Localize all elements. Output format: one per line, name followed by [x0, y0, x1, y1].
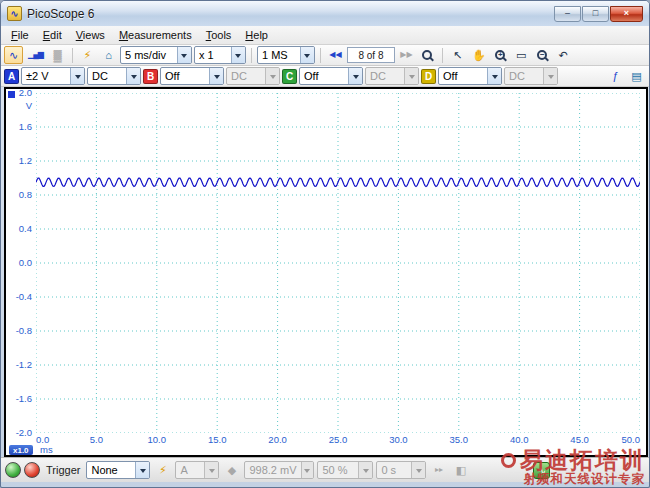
- channel-b-coupling-value: DC: [227, 70, 265, 82]
- undo-zoom-button[interactable]: ↶: [554, 46, 573, 64]
- trigger-threshold-field: 998.2 mV: [244, 461, 314, 479]
- chevron-down-icon: [487, 68, 501, 84]
- y-tick-label: -0.8: [6, 326, 32, 336]
- trigger-mode-value: None: [87, 464, 135, 476]
- math-channels-icon: ƒ: [612, 71, 618, 82]
- channel-d-range-select[interactable]: Off: [438, 67, 502, 85]
- channel-d-coupling-select: DC: [504, 67, 558, 85]
- channel-b-coupling-select: DC: [226, 67, 280, 85]
- y-tick-label: 2.0: [6, 88, 32, 98]
- x-tick-label: 15.0: [199, 434, 235, 445]
- x-tick-label: 35.0: [441, 434, 477, 445]
- y-tick-label: -1.6: [6, 394, 32, 404]
- zoom-factor-select[interactable]: x 1: [194, 46, 246, 64]
- watermark-logo-icon: [501, 453, 516, 468]
- channel-b-range-select[interactable]: Off: [160, 67, 224, 85]
- chevron-down-icon: [348, 68, 362, 84]
- buffer-overview-icon: [422, 50, 432, 60]
- math-channels-button[interactable]: ƒ: [606, 67, 625, 85]
- zoom-indicator-badge[interactable]: x1.0: [9, 445, 33, 455]
- menu-measurements[interactable]: Measurements: [112, 27, 199, 43]
- toolbar-separator: [72, 48, 73, 63]
- channel-c-coupling-value: DC: [366, 70, 404, 82]
- marquee-zoom-icon: ▭: [516, 50, 526, 61]
- timebase-select[interactable]: 5 ms/div: [120, 46, 192, 64]
- chevron-down-icon: [209, 68, 223, 84]
- channel-b-range-value: Off: [161, 70, 209, 82]
- channel-a-range-value: ±2 V: [22, 70, 70, 82]
- app-icon: ∿: [7, 6, 22, 21]
- x-tick-label: 45.0: [562, 434, 598, 445]
- channel-d-icon[interactable]: D: [421, 69, 436, 84]
- menu-views[interactable]: Views: [69, 27, 112, 43]
- trigger-advanced-icon: ⚡: [159, 465, 167, 476]
- maximize-button[interactable]: □: [582, 6, 609, 22]
- y-tick-label: 1.6: [6, 122, 32, 132]
- buffer-overview-button[interactable]: [418, 46, 437, 64]
- zoom-factor-value: x 1: [195, 49, 231, 61]
- trigger-mode-select[interactable]: None: [86, 461, 150, 479]
- reference-waveforms-button[interactable]: ▤: [627, 67, 646, 85]
- chevron-down-icon: [135, 462, 149, 478]
- title-bar[interactable]: ∿ PicoScope 6 – □ ×: [1, 1, 649, 26]
- x-tick-label: 50.0: [604, 434, 640, 445]
- trigger-source-select: A: [175, 461, 219, 479]
- menu-edit[interactable]: Edit: [36, 27, 69, 43]
- waveform-plot[interactable]: [36, 93, 640, 433]
- window-title: PicoScope 6: [27, 7, 94, 21]
- pointer-icon: ↖: [453, 50, 462, 61]
- zoom-in-tool-button[interactable]: +: [491, 46, 510, 64]
- menu-help[interactable]: Help: [238, 27, 275, 43]
- y-axis-unit: V: [6, 100, 32, 111]
- spectrum-mode-button[interactable]: ▁▄▆: [25, 46, 46, 64]
- scope-display[interactable]: V 2.01.61.20.80.40.0-0.4-0.8-1.2-1.6-2.0…: [4, 87, 648, 457]
- spectrum-mode-icon: ▁▄▆: [28, 51, 43, 59]
- auto-setup-icon: ⚡: [84, 50, 92, 61]
- spinner-icon: [301, 462, 314, 478]
- x-tick-label: 5.0: [78, 434, 114, 445]
- toolbar-separator: [320, 48, 321, 63]
- channel-c-icon[interactable]: C: [282, 69, 297, 84]
- trigger-delay-field: 0 s: [376, 461, 426, 479]
- previous-buffer-icon: ◀◀: [329, 51, 341, 59]
- zoom-out-tool-button[interactable]: −: [533, 46, 552, 64]
- sample-count-value: 1 MS: [258, 49, 300, 61]
- sample-count-select[interactable]: 1 MS: [257, 46, 315, 64]
- watermark-line1: 易迪拓培训: [520, 448, 645, 473]
- close-button[interactable]: ×: [610, 6, 643, 22]
- y-tick-label: -0.4: [6, 292, 32, 302]
- scope-mode-icon: ∿: [9, 50, 18, 61]
- menu-tools[interactable]: Tools: [199, 27, 239, 43]
- previous-buffer-button[interactable]: ◀◀: [326, 46, 345, 64]
- channel-a-range-select[interactable]: ±2 V: [21, 67, 85, 85]
- channel-a-icon[interactable]: A: [4, 69, 19, 84]
- trigger-advanced-button[interactable]: ⚡: [153, 461, 172, 479]
- menu-file[interactable]: File: [4, 27, 36, 43]
- scope-mode-button[interactable]: ∿: [4, 46, 23, 64]
- chevron-down-icon: [300, 47, 314, 63]
- stop-capture-button[interactable]: [24, 462, 40, 478]
- pointer-tool-button[interactable]: ↖: [448, 46, 467, 64]
- home-button[interactable]: ⌂: [99, 46, 118, 64]
- picoscope-window: ∿ PicoScope 6 – □ × File Edit Views Meas…: [0, 0, 650, 488]
- channel-b-icon[interactable]: B: [143, 69, 158, 84]
- chevron-down-icon: [265, 68, 279, 84]
- spinner-icon: [358, 462, 372, 478]
- channel-c-range-select[interactable]: Off: [299, 67, 363, 85]
- x-tick-label: 40.0: [501, 434, 537, 445]
- persistence-mode-icon: ▓: [53, 50, 61, 61]
- marquee-zoom-tool-button[interactable]: ▭: [512, 46, 531, 64]
- persistence-mode-button[interactable]: ▓: [48, 46, 67, 64]
- trigger-timing-icon: ◧: [456, 465, 466, 476]
- y-tick-label: 0.0: [6, 258, 32, 268]
- x-tick-label: 25.0: [320, 434, 356, 445]
- zoom-in-icon: +: [495, 50, 505, 60]
- rapid-trigger-icon: ▸▸: [435, 466, 443, 474]
- start-capture-button[interactable]: [5, 462, 21, 478]
- channel-a-coupling-select[interactable]: DC: [87, 67, 141, 85]
- timebase-value: 5 ms/div: [121, 49, 177, 61]
- pan-tool-button[interactable]: ✋: [469, 46, 489, 64]
- minimize-button[interactable]: –: [554, 6, 581, 22]
- auto-setup-button[interactable]: ⚡: [78, 46, 97, 64]
- x-tick-label: 10.0: [139, 434, 175, 445]
